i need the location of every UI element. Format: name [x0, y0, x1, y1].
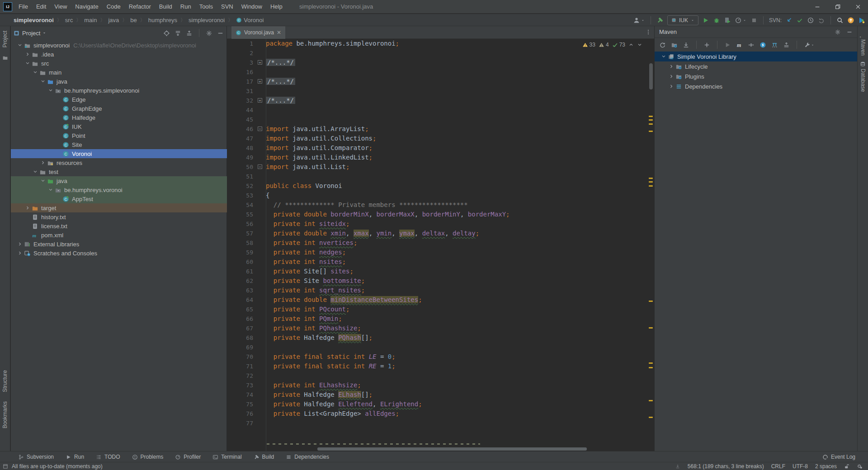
code-line[interactable]: 61 private Site[] sites; — [227, 267, 654, 276]
code-line[interactable]: 50 −import java.util.List; — [227, 162, 654, 172]
minimize-icon[interactable] — [217, 30, 224, 37]
toolwindow-button-dependencies[interactable]: Dependencies — [286, 454, 329, 460]
warning-stripe-mark[interactable] — [649, 185, 653, 187]
tree-row[interactable]: src — [11, 59, 227, 68]
code-line[interactable]: 31 — [227, 86, 654, 96]
fold-collapse-icon[interactable]: − — [258, 127, 262, 131]
minimize-button[interactable] — [807, 0, 827, 14]
tree-row[interactable]: simplevoronoiC:\Users\lafle\OneDrive\Des… — [11, 41, 227, 50]
tree-row[interactable]: m Simple Voronoi Library — [655, 52, 857, 61]
folded-comment[interactable]: /*...*/ — [266, 78, 295, 85]
code-line[interactable]: 56 private int siteidx; — [227, 219, 654, 229]
menu-svn[interactable]: SVN — [217, 0, 237, 14]
code-line[interactable]: 72 — [227, 371, 654, 381]
folded-comment[interactable]: /*...*/ — [266, 97, 295, 104]
gear-icon[interactable] — [206, 30, 212, 37]
minimize-icon[interactable] — [846, 29, 853, 35]
maven-hide-icon[interactable] — [846, 29, 853, 35]
code-line[interactable]: 58 private int nvertices; — [227, 238, 654, 248]
tab-close-icon[interactable]: ✕ — [277, 29, 281, 36]
tree-row[interactable]: .idea — [11, 50, 227, 59]
chevron-collapsed-icon[interactable] — [40, 160, 46, 165]
chevron-expanded-icon[interactable] — [33, 70, 38, 75]
stripe-tab-maven[interactable]: mMaven — [860, 32, 866, 56]
gear-icon[interactable] — [835, 29, 841, 35]
coverage-icon[interactable] — [724, 17, 731, 24]
inspection-widget[interactable]: 33 4 73 — [582, 42, 642, 48]
chevron-collapsed-icon[interactable] — [25, 52, 30, 57]
code-line[interactable]: 62 private Site bottomsite; — [227, 276, 654, 286]
code-line[interactable]: 64 private double minDistanceBetweenSite… — [227, 295, 654, 305]
code-line[interactable]: 3 +/*...*/ — [227, 58, 654, 67]
warning-stripe-mark[interactable] — [649, 119, 653, 121]
warning-stripe-mark[interactable] — [649, 178, 653, 179]
weak-warnings-count[interactable]: 4 — [599, 42, 609, 48]
stop-icon[interactable] — [750, 17, 758, 24]
tree-row[interactable]: main — [11, 68, 227, 77]
warning-stripe-mark[interactable] — [649, 400, 653, 401]
tree-row[interactable]: target — [11, 203, 227, 212]
stripe-tab-structure[interactable]: Structure — [2, 370, 8, 392]
menu-run[interactable]: Run — [176, 0, 195, 14]
tree-row[interactable]: C GraphEdge — [11, 104, 227, 113]
menu-help[interactable]: Help — [266, 0, 287, 14]
breadcrumb-item[interactable]: main — [84, 17, 97, 24]
warning-stripe-mark[interactable] — [649, 362, 653, 364]
fold-expand-icon[interactable]: + — [258, 98, 262, 103]
toolwindow-button-subversion[interactable]: Subversion — [18, 454, 54, 460]
skip-tests-icon[interactable] — [748, 42, 755, 48]
chevron-collapsed-icon[interactable] — [669, 64, 674, 69]
chevron-collapsed-icon[interactable] — [25, 205, 30, 211]
menu-file[interactable]: File — [14, 0, 32, 14]
svn-commit-icon[interactable] — [796, 17, 803, 24]
code-line[interactable]: 51 — [227, 172, 654, 181]
breadcrumb-item[interactable]: java — [108, 17, 119, 24]
bug-icon[interactable] — [713, 17, 720, 24]
stripe-tab-project[interactable]: Project — [2, 31, 8, 47]
tree-row[interactable]: license.txt — [11, 221, 227, 230]
toolwindow-button-profiler[interactable]: Profiler — [175, 454, 201, 460]
chevron-expanded-icon[interactable] — [661, 54, 666, 59]
code-line[interactable]: 69 — [227, 343, 654, 352]
window-icon[interactable] — [3, 464, 8, 469]
menu-tools[interactable]: Tools — [195, 0, 217, 14]
menu-window[interactable]: Window — [237, 0, 266, 14]
fold-collapse-icon[interactable]: − — [258, 164, 262, 169]
chevron-expanded-icon[interactable] — [48, 88, 53, 93]
warning-stripe-mark[interactable] — [649, 301, 653, 302]
chevron-expanded-icon[interactable] — [40, 178, 46, 183]
run-configuration-selector[interactable]: IUK — [667, 15, 698, 25]
code-line[interactable]: 60 private int nsites; — [227, 257, 654, 267]
warning-stripe-mark[interactable] — [649, 131, 653, 132]
collapse-all-icon[interactable] — [186, 30, 193, 37]
maven-settings-gear-icon[interactable] — [835, 29, 841, 35]
code-line[interactable]: 49 import java.util.LinkedList; — [227, 153, 654, 162]
tree-row[interactable]: C IUK — [11, 122, 227, 131]
chevron-expanded-icon[interactable] — [17, 42, 23, 48]
menu-build[interactable]: Build — [155, 0, 176, 14]
folded-comment[interactable]: /*...*/ — [266, 59, 295, 66]
menu-edit[interactable]: Edit — [32, 0, 50, 14]
code-line[interactable]: 74 private Halfedge ELhash[]; — [227, 390, 654, 400]
scrollbar-thumb[interactable] — [649, 63, 653, 89]
project-panel-header[interactable]: Project — [11, 26, 226, 40]
code-line[interactable]: 68 private Halfedge PQhash[]; — [227, 333, 654, 343]
maven-panel-header[interactable]: Maven — [655, 26, 857, 38]
tree-row[interactable]: C Point — [11, 131, 227, 140]
maven-m-icon[interactable]: m — [736, 42, 743, 48]
gear-badge-icon[interactable] — [857, 463, 863, 469]
breadcrumb-item[interactable]: simplevoronoi — [14, 17, 54, 24]
tree-row[interactable]: java — [11, 77, 227, 86]
code-line[interactable]: 17 +/*...*/ — [227, 77, 654, 86]
tree-row[interactable]: C Voronoi — [11, 149, 227, 158]
chevron-down-icon[interactable] — [42, 31, 47, 35]
toolwindow-button-terminal[interactable]: Terminal — [212, 454, 241, 460]
code-line[interactable]: 63 private int sqrt_nsites; — [227, 286, 654, 295]
refresh-icon[interactable] — [659, 42, 666, 48]
chevron-collapsed-icon[interactable] — [669, 84, 674, 89]
tree-row[interactable]: C Edge — [11, 95, 227, 104]
update-circle-icon[interactable] — [847, 17, 854, 24]
code-line[interactable]: 52 public class Voronoi — [227, 181, 654, 191]
folder-gear-icon[interactable] — [671, 42, 678, 48]
toolwindow-button-build[interactable]: Build — [254, 454, 274, 460]
